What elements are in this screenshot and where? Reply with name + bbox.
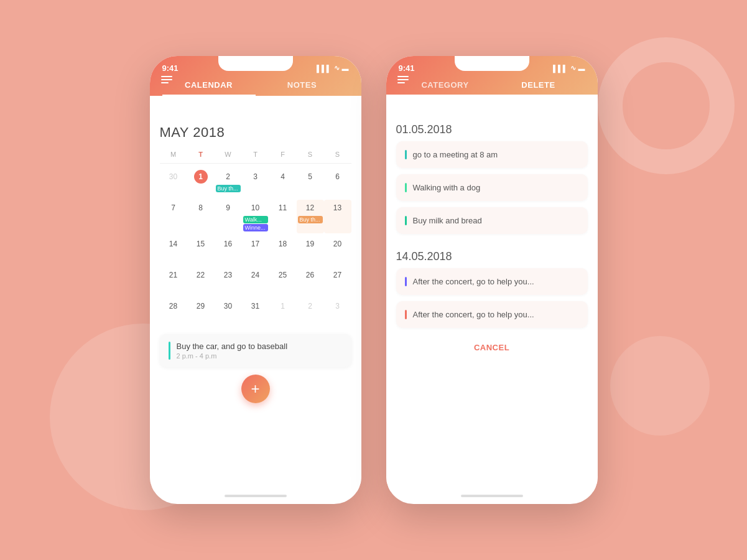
phone-bottom-bar-2 xyxy=(386,492,598,504)
wifi-icon-2: ∿ xyxy=(570,64,576,72)
cal-cell-17[interactable]: 17 xyxy=(242,236,269,264)
phone-bottom-bar xyxy=(150,492,361,504)
hamburger-line-2 xyxy=(397,79,409,80)
cal-cell-2-next[interactable]: 2 xyxy=(297,298,324,327)
day-num: 6 xyxy=(331,170,345,184)
hamburger-menu-2[interactable] xyxy=(397,76,409,83)
cancel-button[interactable]: CANCEL xyxy=(386,334,598,361)
bg-circle-bottom-right xyxy=(610,336,710,436)
home-indicator xyxy=(225,495,287,497)
cal-cell-3-next[interactable]: 3 xyxy=(324,298,351,327)
status-time: 9:41 xyxy=(162,63,179,73)
cal-cell-21[interactable]: 21 xyxy=(160,267,187,296)
add-event-button[interactable]: + xyxy=(241,375,270,403)
cal-cell-29[interactable]: 29 xyxy=(187,298,215,327)
day-label-tue: T xyxy=(187,149,215,159)
note-item-meeting[interactable]: go to a meeting at 8 am xyxy=(396,141,588,168)
status-icons-2: ▌▌▌ ∿ ▬ xyxy=(553,64,585,72)
note-text-milk: Buy milk and bread xyxy=(413,216,482,225)
signal-icon-2: ▌▌▌ xyxy=(553,65,567,72)
cal-cell-2[interactable]: 2 Buy th... xyxy=(215,169,242,197)
cal-cell-26[interactable]: 26 xyxy=(297,267,324,296)
cal-cell-30-prev[interactable]: 30 xyxy=(160,169,187,197)
cal-cell-1[interactable]: 1 xyxy=(187,169,215,197)
cal-week-1: 30 1 2 Buy th... 3 4 xyxy=(160,169,351,197)
note-text-dog: Walking with a dog xyxy=(413,183,481,192)
hamburger-line-3 xyxy=(161,82,169,83)
day-num: 28 xyxy=(167,299,180,313)
cal-cell-15[interactable]: 15 xyxy=(187,236,215,264)
cal-cell-10[interactable]: 10 Walk... Winne... xyxy=(242,200,269,233)
event-color-bar xyxy=(169,342,170,360)
cal-cell-6[interactable]: 6 xyxy=(324,169,351,197)
cal-cell-16[interactable]: 16 xyxy=(215,236,242,264)
tab-category[interactable]: CATEGORY xyxy=(399,80,492,95)
cal-cell-24[interactable]: 24 xyxy=(242,267,269,296)
cal-cell-25[interactable]: 25 xyxy=(269,267,297,296)
note-item-concert-2[interactable]: After the concert, go to help you... xyxy=(396,301,588,328)
cal-cell-3[interactable]: 3 xyxy=(242,169,269,197)
cal-cell-28[interactable]: 28 xyxy=(160,298,187,327)
note-text-concert-1: After the concert, go to help you... xyxy=(413,277,534,286)
day-num: 30 xyxy=(167,170,180,184)
day-label-mon: M xyxy=(160,149,187,159)
day-num: 17 xyxy=(249,237,262,251)
day-num: 1 xyxy=(194,170,208,184)
note-item-dog[interactable]: Walking with a dog xyxy=(396,174,588,201)
event-chip: Buy th... xyxy=(216,185,241,192)
phone-header-notes: 9:41 ▌▌▌ ∿ ▬ CATEGORY DELETE xyxy=(386,56,598,113)
cal-cell-23[interactable]: 23 xyxy=(215,267,242,296)
day-label-thu: T xyxy=(242,149,269,159)
date-label-1: 01.05.2018 xyxy=(396,123,452,136)
day-num: 31 xyxy=(249,299,262,313)
cal-divider xyxy=(160,163,351,164)
note-bar-pink xyxy=(405,310,407,319)
day-label-sat: S xyxy=(297,149,324,159)
hamburger-line-1 xyxy=(397,76,409,77)
day-num: 15 xyxy=(194,237,208,251)
cal-cell-30[interactable]: 30 xyxy=(215,298,242,327)
cal-cell-12[interactable]: 12 Buy th... xyxy=(297,200,324,233)
battery-icon: ▬ xyxy=(342,65,349,72)
event-chip-walk: Walk... xyxy=(243,216,268,223)
day-num: 30 xyxy=(221,299,235,313)
calendar-header-row: M T W T F S S xyxy=(160,149,351,159)
bottom-event-card[interactable]: Buy the car, and go to baseball 2 p.m - … xyxy=(160,334,351,367)
cal-cell-1-next[interactable]: 1 xyxy=(269,298,297,327)
cal-cell-8[interactable]: 8 xyxy=(187,200,215,233)
day-label-fri: F xyxy=(269,149,297,159)
hamburger-menu[interactable] xyxy=(161,76,172,83)
cal-cell-4[interactable]: 4 xyxy=(269,169,297,197)
day-num: 13 xyxy=(331,201,345,215)
day-num: 21 xyxy=(167,268,180,282)
tab-notes[interactable]: NOTES xyxy=(256,80,349,96)
cal-cell-14[interactable]: 14 xyxy=(160,236,187,264)
cal-cell-31[interactable]: 31 xyxy=(242,298,269,327)
cal-cell-13[interactable]: 13 xyxy=(324,200,351,233)
note-bar-teal xyxy=(405,216,407,225)
tab-delete[interactable]: DELETE xyxy=(492,80,585,95)
day-num: 16 xyxy=(221,237,235,251)
cal-cell-11[interactable]: 11 xyxy=(269,200,297,233)
tab-calendar[interactable]: CALENDAR xyxy=(162,80,256,96)
calendar-grid: M T W T F S S 30 1 xyxy=(160,149,351,327)
cal-cell-20[interactable]: 20 xyxy=(324,236,351,264)
cal-cell-5[interactable]: 5 xyxy=(297,169,324,197)
cal-cell-27[interactable]: 27 xyxy=(324,267,351,296)
note-item-concert-1[interactable]: After the concert, go to help you... xyxy=(396,268,588,295)
note-item-milk[interactable]: Buy milk and bread xyxy=(396,207,588,234)
day-num: 23 xyxy=(221,268,235,282)
cal-cell-9[interactable]: 9 xyxy=(215,200,242,233)
day-num: 24 xyxy=(249,268,262,282)
cal-cell-18[interactable]: 18 xyxy=(269,236,297,264)
event-chip-winne: Winne... xyxy=(243,224,268,231)
note-text-concert-2: After the concert, go to help you... xyxy=(413,310,534,319)
hamburger-line-1 xyxy=(161,76,172,77)
home-indicator-2 xyxy=(461,495,523,497)
cal-cell-19[interactable]: 19 xyxy=(297,236,324,264)
day-num: 10 xyxy=(249,201,262,215)
hamburger-line-2 xyxy=(161,79,172,80)
cal-cell-7[interactable]: 7 xyxy=(160,200,187,233)
bg-circle-top-right xyxy=(598,37,735,174)
cal-cell-22[interactable]: 22 xyxy=(187,267,215,296)
